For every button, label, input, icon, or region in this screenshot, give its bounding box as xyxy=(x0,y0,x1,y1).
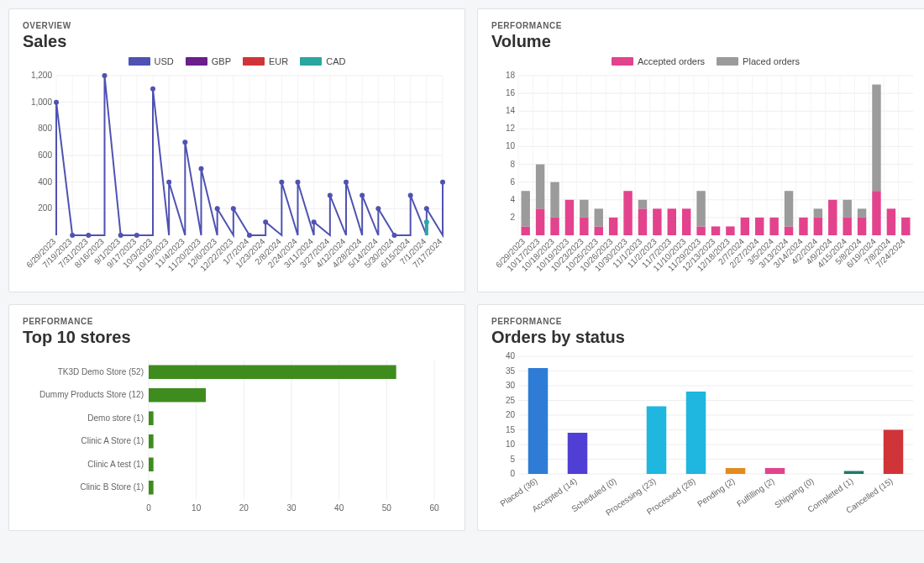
svg-rect-219 xyxy=(149,412,154,426)
svg-rect-147 xyxy=(580,200,588,218)
svg-point-85 xyxy=(408,193,413,198)
legend-swatch xyxy=(243,57,265,66)
svg-text:1,000: 1,000 xyxy=(31,97,52,107)
svg-text:TK3D Demo Store (52): TK3D Demo Store (52) xyxy=(58,367,144,376)
svg-point-71 xyxy=(182,139,187,145)
svg-point-78 xyxy=(296,180,301,185)
sales-legend: USDGBPEURCAD xyxy=(23,56,451,66)
legend-item[interactable]: CAD xyxy=(300,56,345,66)
svg-point-83 xyxy=(375,206,381,211)
svg-rect-156 xyxy=(638,208,647,235)
svg-text:Demo store (1): Demo store (1) xyxy=(87,413,144,423)
sales-title: Sales xyxy=(23,32,451,51)
legend-item[interactable]: Accepted orders xyxy=(612,56,705,66)
svg-rect-176 xyxy=(769,218,778,235)
legend-label: Placed orders xyxy=(743,56,800,66)
svg-text:15: 15 xyxy=(506,425,516,434)
legend-label: USD xyxy=(155,56,174,66)
legend-swatch xyxy=(717,57,738,66)
stores-eyebrow: PERFORMANCE xyxy=(23,317,451,326)
svg-text:0: 0 xyxy=(146,503,151,513)
svg-rect-179 xyxy=(785,191,793,226)
svg-rect-172 xyxy=(741,218,749,235)
svg-text:Clinic A test (1): Clinic A test (1) xyxy=(87,460,144,469)
svg-rect-141 xyxy=(550,218,559,235)
svg-point-69 xyxy=(150,87,155,92)
svg-text:10: 10 xyxy=(192,503,202,513)
orders-title: Orders by status xyxy=(491,328,920,347)
svg-rect-255 xyxy=(726,468,746,474)
legend-item[interactable]: USD xyxy=(129,56,174,66)
svg-rect-170 xyxy=(726,226,734,235)
orders-chart[interactable]: 0510152025303540Placed (36)Accepted (14)… xyxy=(491,352,920,524)
stores-chart[interactable]: 0102030405060TK3D Demo Store (52)Dummy P… xyxy=(23,352,451,524)
svg-text:5: 5 xyxy=(510,455,515,464)
svg-point-65 xyxy=(86,233,91,238)
svg-rect-215 xyxy=(149,366,396,380)
legend-swatch xyxy=(129,57,150,66)
svg-point-64 xyxy=(70,233,75,238)
svg-rect-245 xyxy=(528,368,549,474)
svg-point-87 xyxy=(440,180,445,185)
legend-item[interactable]: GBP xyxy=(186,56,231,66)
svg-text:2: 2 xyxy=(510,213,515,222)
orders-card: PERFORMANCE Orders by status 05101520253… xyxy=(477,304,924,531)
svg-text:12: 12 xyxy=(506,124,516,133)
svg-text:35: 35 xyxy=(506,366,516,376)
svg-text:40: 40 xyxy=(334,503,344,513)
svg-rect-152 xyxy=(609,218,617,235)
volume-chart[interactable]: 246810121416186/29/202310/17/202310/18/2… xyxy=(491,71,920,285)
svg-rect-165 xyxy=(696,226,705,235)
svg-text:10: 10 xyxy=(506,141,516,150)
svg-rect-251 xyxy=(647,407,667,475)
svg-rect-188 xyxy=(843,218,851,235)
stores-title: Top 10 stores xyxy=(23,328,451,347)
svg-text:6: 6 xyxy=(510,177,515,187)
svg-point-73 xyxy=(215,206,220,211)
volume-card: PERFORMANCE Volume Accepted ordersPlaced… xyxy=(477,8,924,292)
legend-swatch xyxy=(300,57,322,66)
stores-card: PERFORMANCE Top 10 stores 0102030405060T… xyxy=(8,304,465,531)
svg-text:30: 30 xyxy=(286,503,297,513)
svg-text:16: 16 xyxy=(506,88,516,97)
svg-rect-253 xyxy=(686,392,706,474)
svg-text:4: 4 xyxy=(510,195,515,204)
legend-swatch xyxy=(186,57,207,66)
svg-rect-217 xyxy=(149,388,206,403)
volume-eyebrow: PERFORMANCE xyxy=(491,21,920,30)
svg-text:25: 25 xyxy=(506,396,516,405)
svg-rect-159 xyxy=(653,208,661,235)
svg-rect-186 xyxy=(828,200,837,235)
legend-item[interactable]: Placed orders xyxy=(717,56,800,66)
svg-rect-223 xyxy=(149,458,154,472)
svg-rect-263 xyxy=(884,430,904,475)
svg-rect-199 xyxy=(901,218,910,235)
legend-label: EUR xyxy=(269,56,288,66)
svg-point-86 xyxy=(424,206,429,211)
svg-text:Fulfilling (2): Fulfilling (2) xyxy=(735,476,776,509)
svg-point-75 xyxy=(247,233,252,238)
legend-item[interactable]: EUR xyxy=(243,56,288,66)
svg-text:0: 0 xyxy=(510,469,515,478)
svg-rect-192 xyxy=(858,208,866,218)
svg-text:14: 14 xyxy=(506,106,516,115)
dashboard-grid: OVERVIEW Sales USDGBPEURCAD 200400600800… xyxy=(8,8,916,531)
svg-point-76 xyxy=(263,219,268,224)
svg-point-68 xyxy=(134,233,139,238)
svg-rect-183 xyxy=(814,218,822,235)
svg-text:8: 8 xyxy=(510,160,515,169)
svg-text:Clinic B Store (1): Clinic B Store (1) xyxy=(80,482,144,492)
legend-label: CAD xyxy=(326,56,345,66)
svg-rect-136 xyxy=(521,191,529,226)
svg-point-77 xyxy=(279,180,284,185)
svg-rect-144 xyxy=(565,200,574,235)
sales-chart[interactable]: 2004006008001,0001,2006/29/20237/19/2023… xyxy=(23,71,451,285)
svg-rect-174 xyxy=(755,218,764,235)
svg-rect-261 xyxy=(844,471,864,475)
svg-point-82 xyxy=(360,193,365,198)
svg-rect-184 xyxy=(814,208,822,218)
orders-eyebrow: PERFORMANCE xyxy=(491,317,920,326)
svg-rect-154 xyxy=(623,191,632,235)
legend-swatch xyxy=(612,57,633,66)
volume-title: Volume xyxy=(491,32,920,51)
